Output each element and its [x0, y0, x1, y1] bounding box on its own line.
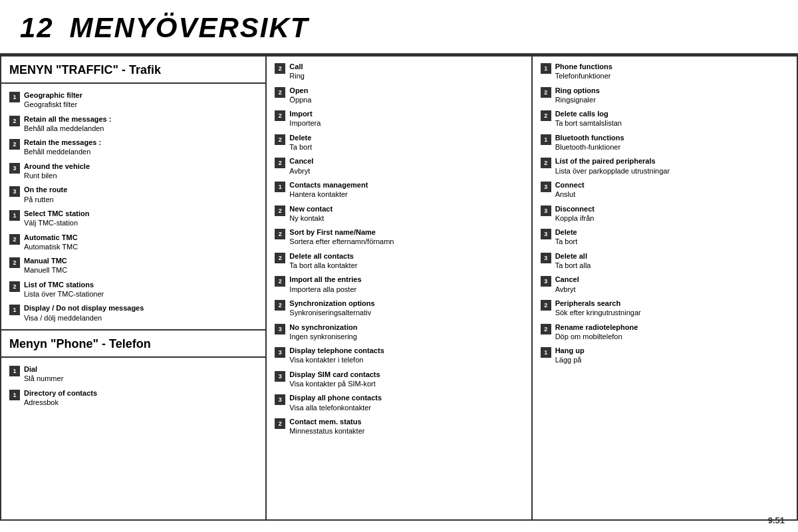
level-badge: 2 [275, 134, 285, 145]
level-badge: 2 [541, 110, 551, 121]
item-english: Hang up [555, 346, 585, 355]
level-badge: 2 [9, 139, 20, 150]
item-text: Contact mem. statusMinnesstatus kontakte… [289, 417, 364, 436]
item-english: Delete calls log [555, 109, 622, 118]
item-english: List of TMC stations [24, 280, 104, 289]
chapter-number: 12 [20, 12, 54, 43]
list-item: 2OpenÖppna [275, 86, 523, 105]
item-english: Disconnect [555, 204, 595, 213]
phone-section-header: Menyn "Phone" - Telefon [1, 331, 265, 358]
item-english: Ring options [555, 86, 600, 95]
level-badge: 2 [9, 116, 20, 126]
item-english: Contact mem. status [289, 417, 364, 426]
item-english: Display all phone contacts [289, 393, 382, 402]
item-swedish: Avbryt [555, 285, 579, 294]
column-1: MENYN "TRAFFIC" - Trafik 1Geographic fil… [1, 57, 267, 519]
list-item: 3CancelAvbryt [541, 275, 789, 294]
list-item: 2DeleteTa bort [275, 133, 523, 152]
item-english: New contact [289, 204, 332, 213]
list-item: 2Automatic TMCAutomatisk TMC [9, 233, 257, 252]
level-badge: 1 [275, 182, 285, 192]
level-badge: 1 [9, 366, 20, 376]
item-english: Around the vehicle [24, 162, 90, 171]
list-item: 2List of the paired peripheralsLista öve… [541, 156, 789, 176]
list-item: 2Synchronization optionsSynkroniseringsa… [275, 299, 523, 318]
item-swedish: Sortera efter efternamn/förnamn [289, 237, 394, 246]
list-item: 3Around the vehicleRunt bilen [9, 162, 257, 181]
item-english: Cancel [555, 275, 579, 284]
item-text: Delete allTa bort alla [555, 251, 591, 271]
level-badge: 3 [275, 394, 285, 405]
item-text: ConnectAnslut [555, 180, 585, 200]
item-swedish: Importera alla poster [289, 285, 361, 294]
item-swedish: Slå nummer [24, 374, 63, 383]
level-badge: 2 [275, 87, 285, 98]
item-swedish: Ta bort alla [555, 261, 591, 270]
main-content: MENYN "TRAFFIC" - Trafik 1Geographic fil… [0, 55, 798, 521]
item-english: Retain all the messages : [24, 114, 111, 124]
item-swedish: Visa alla telefonkontakter [289, 403, 382, 412]
item-english: Open [289, 86, 311, 95]
list-item: 3Display telephone contactsVisa kontakte… [275, 346, 523, 365]
list-item: 3No synchronizationIngen synkronisering [275, 323, 523, 342]
level-badge: 1 [9, 305, 20, 315]
item-text: On the routePå rutten [24, 185, 67, 204]
list-item: 2CancelAvbryt [275, 156, 523, 176]
level-badge: 3 [275, 347, 285, 358]
item-text: Rename radiotelephoneDöp om mobiltelefon [555, 323, 638, 342]
item-text: DeleteTa bort [289, 133, 312, 152]
item-english: Directory of contacts [24, 388, 97, 398]
list-item: 1Contacts managementHantera kontakter [275, 180, 523, 200]
level-badge: 1 [9, 92, 20, 102]
item-swedish: Adressbok [24, 398, 97, 407]
list-item: 1Hang upLägg på [541, 346, 789, 365]
item-swedish: Behåll meddelanden [24, 147, 101, 156]
item-text: Around the vehicleRunt bilen [24, 162, 90, 181]
item-english: Bluetooth functions [555, 133, 624, 142]
list-item: 1Display / Do not display messagesVisa /… [9, 303, 257, 323]
item-english: Delete [555, 227, 578, 237]
item-text: Automatic TMCAutomatisk TMC [24, 233, 78, 252]
item-text: Delete calls logTa bort samtalslistan [555, 109, 622, 128]
phone-title: Menyn "Phone" - Telefon [9, 337, 257, 351]
item-english: Dial [24, 364, 63, 374]
item-swedish: Öppna [289, 95, 311, 104]
item-english: Delete all contacts [289, 251, 357, 261]
list-item: 3DeleteTa bort [541, 227, 789, 247]
traffic-section-header: MENYN "TRAFFIC" - Trafik [1, 57, 265, 84]
item-swedish: Geografiskt filter [24, 100, 82, 109]
level-badge: 3 [275, 324, 285, 334]
level-badge: 2 [541, 158, 551, 168]
col2-items: 2CallRing2OpenÖppna2ImportImportera2Dele… [267, 57, 531, 442]
page-title: 12 MENYÖVERSIKT [20, 12, 778, 44]
item-english: Synchronization options [289, 299, 374, 308]
item-english: Geographic filter [24, 90, 82, 100]
item-english: On the route [24, 185, 67, 194]
item-swedish: Visa / dölj meddelanden [24, 313, 144, 323]
item-swedish: Anslut [555, 190, 585, 199]
level-badge: 2 [9, 257, 20, 268]
list-item: 2Manual TMCManuell TMC [9, 256, 257, 275]
item-swedish: Ta bort samtalslistan [555, 118, 622, 128]
list-item: 2Sort by First name/NameSortera efter ef… [275, 227, 523, 247]
item-swedish: Hantera kontakter [289, 190, 368, 199]
item-english: Cancel [289, 156, 313, 166]
item-swedish: Ta bort [289, 142, 312, 152]
list-item: 2List of TMC stationsLista över TMC-stat… [9, 280, 257, 299]
item-text: Phone functionsTelefonfunktioner [555, 62, 612, 81]
list-item: 2Import all the entriesImportera alla po… [275, 275, 523, 294]
level-badge: 3 [9, 186, 20, 197]
list-item: 2Delete all contactsTa bort alla kontakt… [275, 251, 523, 271]
item-swedish: Visa kontakter i telefon [289, 355, 384, 364]
item-text: Display all phone contactsVisa alla tele… [289, 393, 382, 412]
item-english: Sort by First name/Name [289, 227, 394, 237]
item-english: Manual TMC [24, 256, 67, 265]
level-badge: 3 [541, 276, 551, 287]
list-item: 2ImportImportera [275, 109, 523, 128]
level-badge: 2 [275, 229, 285, 239]
item-text: CancelAvbryt [289, 156, 313, 176]
level-badge: 2 [275, 63, 285, 74]
item-text: Display SIM card contactsVisa kontakter … [289, 370, 380, 389]
level-badge: 2 [275, 276, 285, 287]
list-item: 3On the routePå rutten [9, 185, 257, 204]
